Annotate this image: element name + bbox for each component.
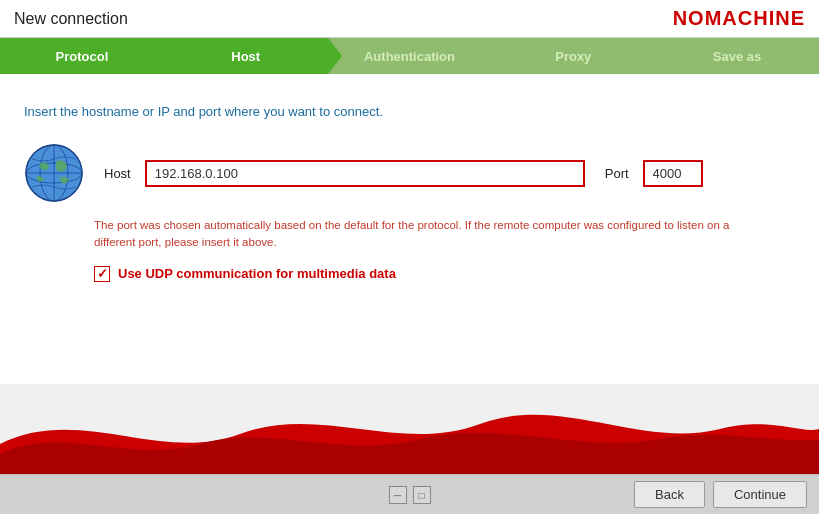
header: New connection NOMACHINE (0, 0, 819, 38)
udp-checkbox[interactable]: ✓ (94, 266, 110, 282)
main-content: Insert the hostname or IP and port where… (0, 74, 819, 384)
udp-checkbox-row[interactable]: ✓ Use UDP communication for multimedia d… (94, 266, 795, 282)
step-authentication[interactable]: Authentication (328, 38, 492, 74)
maximize-icon[interactable]: □ (413, 486, 431, 504)
step-save-as[interactable]: Save as (655, 38, 819, 74)
back-button[interactable]: Back (634, 481, 705, 508)
host-row: Host Port (24, 143, 795, 203)
stepper: Protocol Host Authentication Proxy Save … (0, 38, 819, 74)
minimize-icon[interactable]: ─ (389, 486, 407, 504)
step-proxy[interactable]: Proxy (491, 38, 655, 74)
footer: ─ □ Back Continue (0, 474, 819, 514)
wave-decoration (0, 384, 819, 474)
port-label: Port (605, 166, 629, 181)
instruction-text: Insert the hostname or IP and port where… (24, 104, 795, 119)
globe-icon (24, 143, 84, 203)
port-input[interactable] (643, 160, 703, 187)
port-info-text: The port was chosen automatically based … (94, 217, 734, 252)
wave-svg (0, 384, 819, 474)
check-mark: ✓ (97, 267, 108, 280)
continue-button[interactable]: Continue (713, 481, 807, 508)
step-protocol[interactable]: Protocol (0, 38, 164, 74)
host-label: Host (104, 166, 131, 181)
step-host[interactable]: Host (164, 38, 328, 74)
footer-icons: ─ □ (389, 486, 431, 504)
nomachine-logo: NOMACHINE (673, 7, 805, 30)
udp-checkbox-label: Use UDP communication for multimedia dat… (118, 266, 396, 281)
host-input[interactable] (145, 160, 585, 187)
window-title: New connection (14, 10, 128, 28)
